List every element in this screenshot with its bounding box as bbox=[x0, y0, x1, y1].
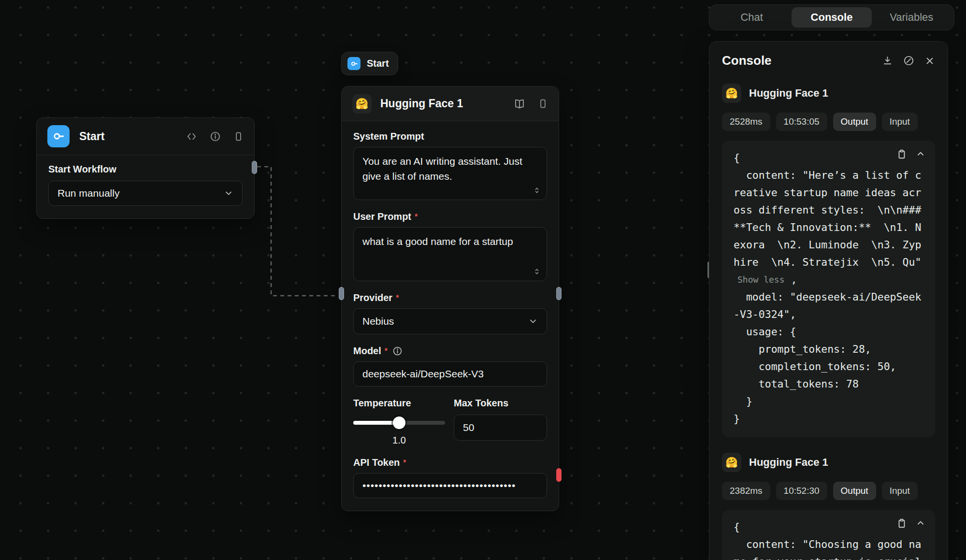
console-entry: 🤗 Hugging Face 1 2528ms 10:53:05 Output … bbox=[722, 84, 935, 437]
temperature-maxtokens-row: Temperature 1.0 Max Tokens 50 bbox=[353, 398, 547, 446]
tab-variables[interactable]: Variables bbox=[872, 7, 952, 28]
docs-book-icon[interactable] bbox=[514, 98, 525, 110]
show-less-button[interactable]: Show less bbox=[737, 271, 785, 288]
duration-badge: 2528ms bbox=[722, 113, 770, 131]
info-icon[interactable] bbox=[210, 131, 221, 142]
workflow-canvas[interactable]: Start Start Workflow Run manually bbox=[0, 0, 966, 560]
output-tab-badge[interactable]: Output bbox=[833, 113, 876, 131]
console-entry: 🤗 Hugging Face 1 2382ms 10:52:30 Output … bbox=[722, 453, 935, 560]
collapse-chevron-up-icon[interactable] bbox=[916, 518, 925, 528]
entry-node-name: Hugging Face 1 bbox=[749, 456, 828, 469]
code-text: model: "deepseek-ai/DeepSeek -V3-0324", … bbox=[734, 288, 923, 428]
copy-icon[interactable] bbox=[896, 517, 907, 529]
log-panel-icon[interactable] bbox=[233, 131, 244, 142]
start-node-icon bbox=[47, 125, 70, 147]
download-icon[interactable] bbox=[882, 55, 893, 66]
start-node-title: Start bbox=[79, 130, 104, 143]
api-token-field: API Token * ••••••••••••••••••••••••••••… bbox=[353, 457, 547, 498]
copy-icon[interactable] bbox=[896, 148, 907, 160]
close-icon[interactable] bbox=[924, 56, 935, 66]
huggingface-node[interactable]: 🤗 Hugging Face 1 System Prompt Y bbox=[341, 86, 559, 511]
max-tokens-label: Max Tokens bbox=[454, 398, 547, 409]
provider-select[interactable]: Nebius bbox=[353, 308, 547, 334]
start-node-header[interactable]: Start bbox=[37, 118, 254, 155]
output-tab-badge[interactable]: Output bbox=[833, 482, 876, 500]
max-tokens-value: 50 bbox=[463, 422, 474, 433]
run-mode-value: Run manually bbox=[58, 187, 119, 199]
user-prompt-value: what is a good name for a startup bbox=[362, 236, 513, 247]
max-tokens-field: Max Tokens 50 bbox=[454, 398, 547, 446]
start-tag-icon bbox=[347, 57, 360, 70]
system-prompt-label: System Prompt bbox=[353, 131, 424, 142]
input-tab-badge[interactable]: Input bbox=[882, 482, 918, 500]
duration-badge: 2382ms bbox=[722, 482, 770, 500]
temperature-value: 1.0 bbox=[353, 435, 445, 446]
output-code-block: { content: "Here’s a list of c reative s… bbox=[722, 141, 935, 437]
start-node-output-handle[interactable] bbox=[252, 161, 257, 174]
temperature-slider[interactable] bbox=[353, 416, 445, 429]
model-field: Model * deepseek-ai/DeepSeek-V3 bbox=[353, 345, 547, 387]
huggingface-emoji-icon: 🤗 bbox=[722, 84, 741, 103]
provider-label: Provider bbox=[353, 292, 392, 303]
user-prompt-label: User Prompt bbox=[353, 211, 411, 222]
code-text: { content: "Here’s a list of c reative s… bbox=[734, 149, 923, 271]
slider-knob[interactable] bbox=[393, 416, 405, 429]
required-asterisk: * bbox=[403, 459, 406, 467]
huggingface-node-header[interactable]: 🤗 Hugging Face 1 bbox=[342, 86, 559, 121]
entry-node-name: Hugging Face 1 bbox=[749, 87, 828, 100]
info-icon[interactable] bbox=[392, 346, 403, 356]
api-token-masked-value: •••••••••••••••••••••••••••••••••••••• bbox=[362, 480, 516, 491]
temperature-label: Temperature bbox=[353, 398, 445, 409]
model-label: Model bbox=[353, 345, 381, 357]
system-prompt-textarea[interactable]: You are an AI writing assistant. Just gi… bbox=[353, 147, 547, 200]
required-asterisk: * bbox=[385, 347, 388, 356]
timestamp-badge: 10:52:30 bbox=[776, 482, 827, 500]
expand-updown-icon[interactable] bbox=[533, 267, 541, 276]
start-group-tag[interactable]: Start bbox=[341, 52, 398, 75]
code-icon[interactable] bbox=[186, 131, 197, 142]
user-prompt-textarea[interactable]: what is a good name for a startup bbox=[353, 227, 547, 281]
huggingface-emoji-icon: 🤗 bbox=[722, 453, 741, 472]
huggingface-output-handle[interactable] bbox=[556, 287, 562, 300]
required-asterisk: * bbox=[396, 294, 399, 302]
start-node[interactable]: Start Start Workflow Run manually bbox=[36, 117, 255, 219]
api-token-label: API Token bbox=[353, 457, 400, 468]
output-code-block: { content: "Choosing a good na me for yo… bbox=[722, 510, 935, 560]
huggingface-emoji-icon: 🤗 bbox=[352, 94, 372, 114]
required-asterisk: * bbox=[415, 213, 418, 221]
user-prompt-field: User Prompt * what is a good name for a … bbox=[353, 211, 547, 281]
expand-updown-icon[interactable] bbox=[533, 186, 541, 195]
start-workflow-label: Start Workflow bbox=[48, 164, 243, 175]
code-text: { content: "Choosing a good na me for yo… bbox=[734, 518, 923, 560]
temperature-field: Temperature 1.0 bbox=[353, 398, 445, 446]
chevron-down-icon bbox=[224, 188, 233, 198]
tab-console[interactable]: Console bbox=[792, 7, 871, 28]
console-title: Console bbox=[722, 53, 772, 68]
api-token-error-handle[interactable] bbox=[556, 468, 562, 482]
provider-field: Provider * Nebius bbox=[353, 292, 547, 334]
huggingface-input-handle[interactable] bbox=[339, 287, 344, 300]
right-panel-tabbar: Chat Console Variables bbox=[709, 4, 954, 30]
collapse-chevron-up-icon[interactable] bbox=[916, 149, 925, 159]
tab-chat[interactable]: Chat bbox=[712, 7, 792, 28]
clear-console-icon[interactable] bbox=[903, 55, 914, 66]
run-mode-select[interactable]: Run manually bbox=[48, 181, 243, 206]
input-tab-badge[interactable]: Input bbox=[882, 113, 918, 131]
system-prompt-value: You are an AI writing assistant. Just gi… bbox=[362, 156, 522, 182]
api-token-input[interactable]: •••••••••••••••••••••••••••••••••••••• bbox=[353, 473, 547, 498]
provider-value: Nebius bbox=[362, 316, 394, 327]
model-input[interactable]: deepseek-ai/DeepSeek-V3 bbox=[353, 361, 547, 387]
chevron-down-icon bbox=[528, 316, 538, 326]
system-prompt-field: System Prompt You are an AI writing assi… bbox=[353, 131, 547, 200]
start-tag-label: Start bbox=[367, 58, 389, 69]
model-value: deepseek-ai/DeepSeek-V3 bbox=[362, 368, 484, 380]
log-panel-icon[interactable] bbox=[538, 98, 548, 109]
max-tokens-input[interactable]: 50 bbox=[454, 415, 547, 441]
huggingface-node-title: Hugging Face 1 bbox=[380, 97, 463, 110]
console-panel: Console 🤗 Hugging Face 1 2528ms bbox=[709, 41, 948, 560]
timestamp-badge: 10:53:05 bbox=[776, 113, 827, 131]
